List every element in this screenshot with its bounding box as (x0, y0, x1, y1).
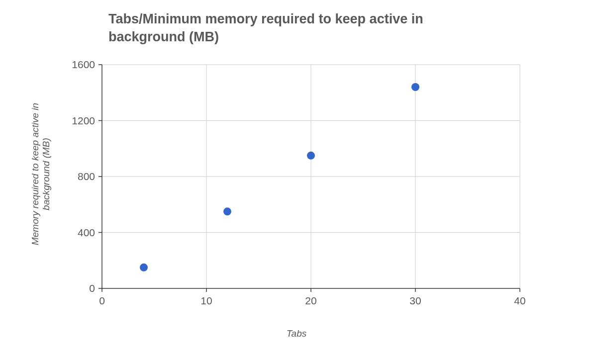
chart-container: Tabs/Minimum memory required to keep act… (0, 0, 593, 364)
y-tick-label: 800 (78, 171, 95, 182)
y-tick-label: 0 (89, 282, 95, 294)
x-tick-label: 10 (200, 295, 212, 306)
y-tick-label: 400 (78, 227, 95, 238)
y-tick-label: 1600 (72, 59, 95, 70)
x-tick-label: 0 (99, 295, 105, 306)
x-tick-label: 40 (514, 295, 525, 306)
data-point (307, 152, 315, 160)
chart-svg: 010203040040080012001600 (0, 0, 593, 364)
x-tick-label: 20 (305, 295, 316, 306)
data-point (411, 83, 419, 91)
y-tick-label: 1200 (72, 115, 95, 126)
x-axis-label: Tabs (0, 328, 593, 339)
data-point (140, 264, 148, 272)
data-point (223, 207, 231, 215)
x-tick-label: 30 (409, 295, 421, 306)
